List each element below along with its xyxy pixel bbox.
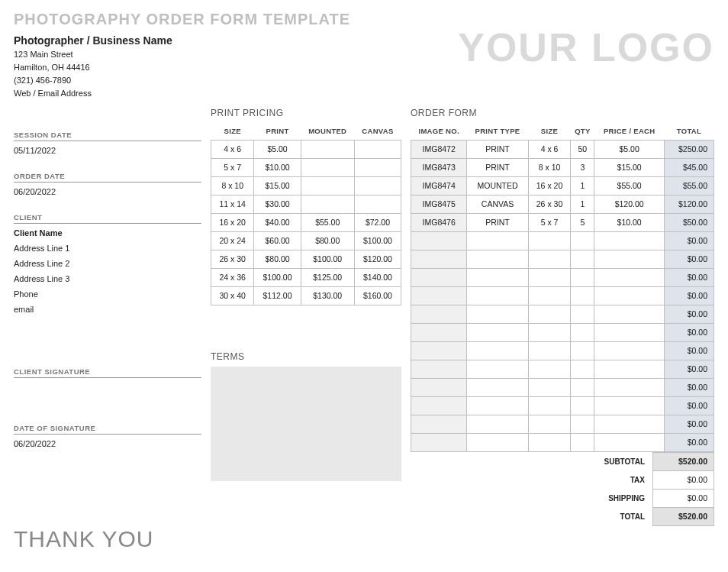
order-cell-total: $0.00 <box>664 433 714 451</box>
order-cell-empty <box>594 250 664 268</box>
pricing-column: PRINT PRICING SIZE PRINT MOUNTED CANVAS … <box>211 108 401 552</box>
order-cell-empty <box>467 396 528 415</box>
order-date-label: ORDER DATE <box>14 169 201 183</box>
order-cell-total: $0.00 <box>664 415 714 433</box>
pricing-row: 26 x 30$80.00$100.00$120.00 <box>211 250 401 268</box>
pricing-header-print: PRINT <box>254 121 301 140</box>
business-web: Web / Email Address <box>14 89 350 98</box>
order-cell-empty <box>528 378 571 396</box>
order-cell-empty <box>528 286 571 305</box>
order-cell-total: $250.00 <box>664 140 714 158</box>
order-row-empty: $0.00 <box>411 415 714 433</box>
pricing-cell-size: 11 x 14 <box>211 195 254 213</box>
order-cell-empty <box>467 250 528 268</box>
order-cell-qty: 3 <box>571 158 594 176</box>
order-cell-empty <box>571 360 594 378</box>
pricing-cell-canvas: $160.00 <box>354 286 401 305</box>
order-date: 06/20/2022 <box>14 183 201 198</box>
order-cell-img: IMG8472 <box>411 140 467 158</box>
order-cell-empty <box>571 231 594 250</box>
pricing-cell-mounted: $55.00 <box>301 213 354 231</box>
order-row-empty: $0.00 <box>411 378 714 396</box>
order-cell-type: MOUNTED <box>467 176 528 195</box>
terms-box <box>211 367 401 481</box>
business-city: Hamilton, OH 44416 <box>14 63 350 72</box>
order-cell-empty <box>571 323 594 341</box>
order-cell-empty <box>467 341 528 360</box>
order-cell-qty: 5 <box>571 213 594 231</box>
order-cell-empty <box>411 286 467 305</box>
order-cell-type: PRINT <box>467 140 528 158</box>
order-cell-empty <box>528 305 571 323</box>
pricing-cell-canvas <box>354 140 401 158</box>
pricing-cell-canvas <box>354 195 401 213</box>
order-cell-empty <box>411 305 467 323</box>
order-table: IMAGE NO. PRINT TYPE SIZE QTY PRICE / EA… <box>411 121 714 452</box>
order-title: ORDER FORM <box>411 108 714 118</box>
order-cell-empty <box>594 305 664 323</box>
business-name: Photographer / Business Name <box>14 34 350 47</box>
order-cell-empty <box>528 323 571 341</box>
pricing-cell-mounted: $100.00 <box>301 250 354 268</box>
business-street: 123 Main Street <box>14 50 350 59</box>
order-cell-empty <box>528 415 571 433</box>
order-row: IMG8474MOUNTED16 x 201$55.00$55.00 <box>411 176 714 195</box>
order-cell-empty <box>594 433 664 451</box>
order-header-price: PRICE / EACH <box>594 121 664 140</box>
order-cell-total: $0.00 <box>664 305 714 323</box>
order-cell-empty <box>411 396 467 415</box>
date-signature-label: DATE OF SIGNATURE <box>14 421 201 435</box>
pricing-row: 16 x 20$40.00$55.00$72.00 <box>211 213 401 231</box>
pricing-cell-mounted: $125.00 <box>301 268 354 286</box>
order-cell-total: $0.00 <box>664 396 714 415</box>
order-cell-empty <box>411 268 467 286</box>
order-cell-empty <box>594 231 664 250</box>
order-row-empty: $0.00 <box>411 396 714 415</box>
order-cell-empty <box>571 433 594 451</box>
order-column: ORDER FORM IMAGE NO. PRINT TYPE SIZE QTY… <box>411 108 714 552</box>
client-addr2: Address Line 2 <box>14 254 201 270</box>
order-cell-size: 4 x 6 <box>528 140 571 158</box>
order-cell-empty <box>411 341 467 360</box>
order-cell-empty <box>571 286 594 305</box>
total-value: $520.00 <box>653 507 714 525</box>
order-cell-empty <box>594 268 664 286</box>
order-cell-size: 16 x 20 <box>528 176 571 195</box>
order-cell-empty <box>411 415 467 433</box>
pricing-header-size: SIZE <box>211 121 254 140</box>
subtotal-label: SUBTOTAL <box>411 452 653 470</box>
order-cell-empty <box>467 415 528 433</box>
order-row-empty: $0.00 <box>411 305 714 323</box>
pricing-cell-print: $30.00 <box>254 195 301 213</box>
pricing-cell-size: 5 x 7 <box>211 158 254 176</box>
order-row-empty: $0.00 <box>411 231 714 250</box>
order-cell-total: $0.00 <box>664 250 714 268</box>
order-cell-empty <box>528 396 571 415</box>
shipping-label: SHIPPING <box>411 489 653 507</box>
session-date-label: SESSION DATE <box>14 128 201 141</box>
order-cell-size: 5 x 7 <box>528 213 571 231</box>
pricing-cell-print: $10.00 <box>254 158 301 176</box>
pricing-row: 24 x 36$100.00$125.00$140.00 <box>211 268 401 286</box>
order-cell-empty <box>528 250 571 268</box>
order-row-empty: $0.00 <box>411 323 714 341</box>
pricing-header-mounted: MOUNTED <box>301 121 354 140</box>
order-cell-empty <box>571 305 594 323</box>
order-cell-type: PRINT <box>467 158 528 176</box>
signature-label: CLIENT SIGNATURE <box>14 364 201 378</box>
pricing-cell-mounted <box>301 140 354 158</box>
order-row-empty: $0.00 <box>411 341 714 360</box>
order-cell-empty <box>571 341 594 360</box>
order-cell-empty <box>528 360 571 378</box>
order-cell-img: IMG8473 <box>411 158 467 176</box>
client-name: Client Name <box>14 224 201 239</box>
order-cell-empty <box>411 378 467 396</box>
client-addr1: Address Line 1 <box>14 239 201 254</box>
order-row-empty: $0.00 <box>411 433 714 451</box>
total-label: TOTAL <box>411 507 653 525</box>
client-addr3: Address Line 3 <box>14 270 201 285</box>
order-cell-empty <box>594 286 664 305</box>
order-cell-price: $5.00 <box>594 140 664 158</box>
tax-label: TAX <box>411 470 653 489</box>
pricing-cell-mounted <box>301 176 354 195</box>
